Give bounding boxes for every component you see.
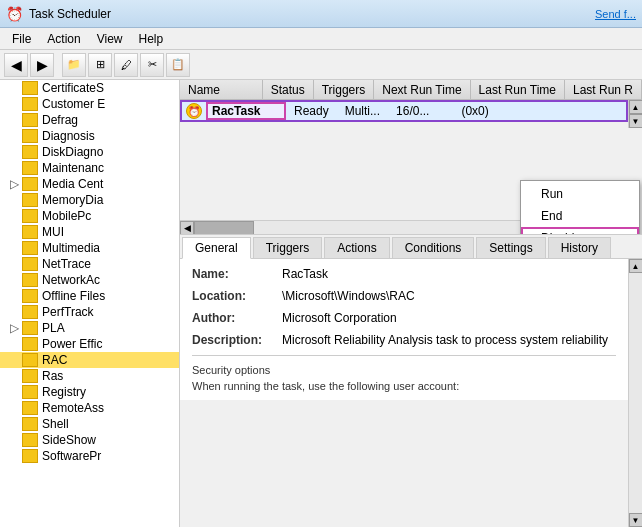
tree-item-nettrace[interactable]: NetTrace	[0, 256, 179, 272]
col-status[interactable]: Status	[263, 80, 314, 99]
tree-item-mui[interactable]: MUI	[0, 224, 179, 240]
expand-icon	[8, 385, 20, 399]
ctx-disable[interactable]: Disable	[521, 227, 639, 235]
folder-icon	[22, 257, 38, 271]
col-name[interactable]: Name	[180, 80, 263, 99]
detail-vscroll-down[interactable]: ▼	[629, 513, 643, 527]
detail-vscroll-up[interactable]: ▲	[629, 259, 643, 273]
folder-icon	[22, 305, 38, 319]
task-list-body: ⏰ RacTask Ready Multi... 16/0... (0x0) ▲…	[180, 100, 642, 128]
task-name-cell: RacTask	[206, 102, 286, 120]
folder-icon	[22, 97, 38, 111]
context-menu: Run End Disable Export... Properties Del…	[520, 180, 640, 235]
expand-icon	[8, 305, 20, 319]
tree-item-ras[interactable]: Ras	[0, 368, 179, 384]
tree-label: PLA	[42, 321, 65, 335]
menu-help[interactable]: Help	[131, 28, 172, 49]
tree-label: DiskDiagno	[42, 145, 103, 159]
tree-item-diagnosis[interactable]: Diagnosis	[0, 128, 179, 144]
grid-button[interactable]: ⊞	[88, 53, 112, 77]
paste-button[interactable]: 📋	[166, 53, 190, 77]
expand-icon	[8, 433, 20, 447]
tree-item-perftrack[interactable]: PerfTrack	[0, 304, 179, 320]
send-feedback-link[interactable]: Send f...	[595, 8, 636, 20]
detail-vscroll-track[interactable]	[629, 273, 642, 513]
tree-label: Maintenanc	[42, 161, 104, 175]
expand-icon	[8, 193, 20, 207]
tab-settings[interactable]: Settings	[476, 237, 545, 258]
folder-icon	[22, 289, 38, 303]
tree-item-offlinefiles[interactable]: Offline Files	[0, 288, 179, 304]
tab-history[interactable]: History	[548, 237, 611, 258]
tree-item-rac[interactable]: RAC	[0, 352, 179, 368]
ctx-run[interactable]: Run	[521, 183, 639, 205]
menu-file[interactable]: File	[4, 28, 39, 49]
tree-item-networkac[interactable]: NetworkAc	[0, 272, 179, 288]
table-row[interactable]: ⏰ RacTask Ready Multi... 16/0... (0x0)	[180, 100, 628, 122]
tree-label: Registry	[42, 385, 86, 399]
tree-label: Power Effic	[42, 337, 102, 351]
tree-item-pla[interactable]: ▷ PLA	[0, 320, 179, 336]
col-nextrun[interactable]: Next Run Time	[374, 80, 470, 99]
edit-button[interactable]: 🖊	[114, 53, 138, 77]
detail-content: Name: RacTask Location: \Microsoft\Windo…	[180, 259, 628, 527]
main-layout: CertificateS Customer E Defrag Diagnosis	[0, 80, 642, 527]
tab-general[interactable]: General	[182, 237, 251, 259]
col-lastresult[interactable]: Last Run R	[565, 80, 642, 99]
ctx-end[interactable]: End	[521, 205, 639, 227]
folder-icon	[22, 273, 38, 287]
tree-item-shell[interactable]: Shell	[0, 416, 179, 432]
tree-label: NetTrace	[42, 257, 91, 271]
expand-icon	[8, 449, 20, 463]
title-bar-icon: ⏰	[6, 6, 23, 22]
tree-item-memorydia[interactable]: MemoryDia	[0, 192, 179, 208]
tree-item-defrag[interactable]: Defrag	[0, 112, 179, 128]
forward-button[interactable]: ▶	[30, 53, 54, 77]
expand-icon	[8, 369, 20, 383]
folder-icon	[22, 225, 38, 239]
tab-triggers[interactable]: Triggers	[253, 237, 323, 258]
folder-icon	[22, 209, 38, 223]
tab-conditions[interactable]: Conditions	[392, 237, 475, 258]
detail-name-value: RacTask	[282, 267, 616, 281]
tree-item-diskdiagno[interactable]: DiskDiagno	[0, 144, 179, 160]
task-icon: ⏰	[186, 103, 202, 119]
cut-button[interactable]: ✂	[140, 53, 164, 77]
menu-action[interactable]: Action	[39, 28, 88, 49]
expand-icon	[8, 273, 20, 287]
tree-item-powereffic[interactable]: Power Effic	[0, 336, 179, 352]
menu-view[interactable]: View	[89, 28, 131, 49]
toolbar: ◀ ▶ 📁 ⊞ 🖊 ✂ 📋	[0, 50, 642, 80]
folder-icon	[22, 193, 38, 207]
tree-item-multimedia[interactable]: Multimedia	[0, 240, 179, 256]
right-panel: Name Status Triggers Next Run Time Last …	[180, 80, 642, 527]
tree-item-customerE[interactable]: Customer E	[0, 96, 179, 112]
tree-item-registry[interactable]: Registry	[0, 384, 179, 400]
folder-icon	[22, 449, 38, 463]
col-triggers[interactable]: Triggers	[314, 80, 375, 99]
folder-icon	[22, 353, 38, 367]
task-hscroll-left[interactable]: ◀	[180, 221, 194, 235]
tree-item-mediacent[interactable]: ▷ Media Cent	[0, 176, 179, 192]
tree-item-certificateS[interactable]: CertificateS	[0, 80, 179, 96]
expand-icon	[8, 129, 20, 143]
back-button[interactable]: ◀	[4, 53, 28, 77]
tree-item-maintenance[interactable]: Maintenanc	[0, 160, 179, 176]
vscroll-down-btn[interactable]: ▼	[629, 114, 643, 128]
tree-item-mobilepc[interactable]: MobilePc	[0, 208, 179, 224]
detail-vscroll[interactable]: ▲ ▼	[628, 259, 642, 527]
tree-item-remoteass[interactable]: RemoteAss	[0, 400, 179, 416]
col-lastrun[interactable]: Last Run Time	[471, 80, 565, 99]
detail-name-label: Name:	[192, 267, 282, 281]
tree-item-softwarepr[interactable]: SoftwarePr	[0, 448, 179, 464]
tab-actions[interactable]: Actions	[324, 237, 389, 258]
tree-label: MobilePc	[42, 209, 91, 223]
detail-desc-label: Description:	[192, 333, 282, 347]
task-list-vscroll[interactable]: ▲ ▼	[628, 100, 642, 128]
title-bar: ⏰ Task Scheduler Send f...	[0, 0, 642, 28]
folder-button[interactable]: 📁	[62, 53, 86, 77]
folder-icon	[22, 129, 38, 143]
tree-item-sideshow[interactable]: SideShow	[0, 432, 179, 448]
expand-icon	[8, 417, 20, 431]
vscroll-up-btn[interactable]: ▲	[629, 100, 643, 114]
